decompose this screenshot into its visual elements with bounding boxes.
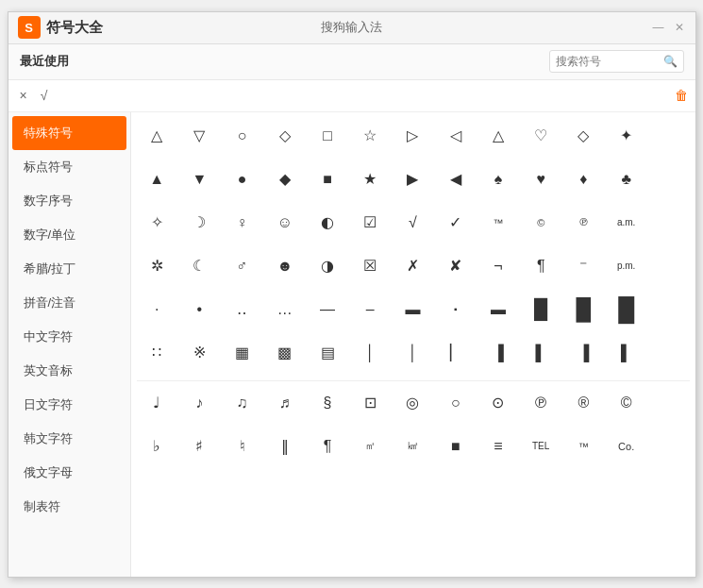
sym-vbar7[interactable]: ▌ [606,337,646,369]
sym-dots-pattern[interactable]: ▤ [307,337,347,369]
sym-triangle-down-f[interactable]: ▼ [179,163,220,195]
sym-pilcrow[interactable]: ¶ [307,430,347,462]
sym-star-4[interactable]: ✦ [606,120,646,152]
sym-sqm[interactable]: ㎡ [350,430,391,462]
sym-circle-dot[interactable]: ⊙ [477,387,518,419]
sym-check2[interactable]: ✓ [435,207,476,239]
sym-star-f[interactable]: ★ [350,163,391,195]
minimize-button[interactable]: — [652,21,665,34]
sym-copyright[interactable]: © [606,387,646,419]
sym-club[interactable]: ♣ [606,163,646,195]
sym-cross2[interactable]: ✘ [435,250,476,282]
sym-en-dash[interactable]: – [350,294,391,326]
sym-double-vbar[interactable]: ‖ [264,430,305,462]
sym-smiley[interactable]: ☺ [264,207,305,239]
sym-reference[interactable]: ※ [179,337,220,369]
sym-am[interactable]: a.m. [606,207,646,239]
sym-flat[interactable]: ♭ [137,430,177,462]
sym-spade[interactable]: ♠ [477,163,518,195]
sym-ellipsis[interactable]: … [264,294,305,326]
sym-triangle-right-o[interactable]: ▷ [393,120,433,152]
sym-trademark[interactable]: ™ [563,430,604,462]
sym-vbar6[interactable]: ▐ [563,337,604,369]
sym-checker[interactable]: ▩ [264,337,305,369]
sym-rect-small[interactable]: ▪ [435,294,476,326]
sym-square-o[interactable]: □ [307,120,347,152]
sym-grid[interactable]: ▦ [222,337,262,369]
sidebar-item-russian[interactable]: 俄文字母 [8,456,130,490]
sym-triangle-left-f[interactable]: ◀ [435,163,476,195]
sym-two-dots[interactable]: ‥ [222,294,262,326]
sym-rect-large4[interactable]: █ [606,294,646,326]
sym-black-square[interactable]: ■ [435,430,476,462]
sym-arrow-up-o[interactable]: △ [477,120,518,152]
sidebar-item-phonetic[interactable]: 英文音标 [8,354,130,388]
sym-crescent[interactable]: ☽ [179,207,220,239]
sym-minus-sup[interactable]: ⁻ [563,250,604,282]
sym-male[interactable]: ♂ [222,250,262,282]
sym-dot-small[interactable]: · [137,294,177,326]
sym-checkbox-check[interactable]: ☑ [350,207,391,239]
sym-triangle-down-o[interactable]: ▽ [179,120,220,152]
sidebar-item-korean[interactable]: 韩文字符 [8,422,130,456]
sym-triangle-left-o[interactable]: ◁ [435,120,476,152]
sym-copyright-small[interactable]: © [521,207,561,239]
sym-smiley2[interactable]: ☻ [264,250,305,282]
sym-triangle-up[interactable]: △ [137,120,177,152]
sym-reg[interactable]: ® [563,387,604,419]
recent-item-cross[interactable]: × [16,86,31,105]
sym-sharp[interactable]: ♯ [179,430,220,462]
sym-circle2[interactable]: ○ [435,387,476,419]
sidebar-item-number-unit[interactable]: 数字/单位 [8,218,130,252]
sidebar-item-number-seq[interactable]: 数字序号 [8,184,130,218]
sym-em-dash[interactable]: — [307,294,347,326]
sym-circle-o[interactable]: ○ [222,120,262,152]
sym-diamond-small-o[interactable]: ◇ [563,120,604,152]
sym-not[interactable]: ¬ [477,250,518,282]
sym-circle-f[interactable]: ● [222,163,262,195]
sym-eighth-note[interactable]: ♩ [137,387,177,419]
sym-triangle-right-f[interactable]: ▶ [393,163,433,195]
sidebar-item-greek[interactable]: 希腊/拉丁 [8,252,130,286]
sym-half-circle-l[interactable]: ◐ [307,207,347,239]
sym-equiv[interactable]: ≡ [477,430,518,462]
sym-half-circle-r[interactable]: ◑ [307,250,347,282]
sym-beamed-notes2[interactable]: ♬ [264,387,305,419]
sym-rect-large1[interactable]: ▬ [477,294,518,326]
recent-item-check[interactable]: √ [37,86,52,105]
close-button[interactable]: ✕ [673,21,686,34]
sym-diamond-o[interactable]: ◇ [264,120,305,152]
sym-pm[interactable]: p.m. [606,250,646,282]
sym-asterisk[interactable]: ✲ [137,250,177,282]
sym-rect-large2[interactable]: █ [521,294,561,326]
sym-music-note[interactable]: ♪ [179,387,220,419]
sym-sqkm[interactable]: ㎢ [393,430,433,462]
sym-square-dot[interactable]: ⊡ [350,387,391,419]
sym-vbar5[interactable]: ▌ [521,337,561,369]
sidebar-item-chinese[interactable]: 中文字符 [8,320,130,354]
sym-female[interactable]: ♀ [222,207,262,239]
sym-bullseye[interactable]: ◎ [393,387,433,419]
sym-check1[interactable]: √ [393,207,433,239]
sym-four-dots[interactable]: ∷ [137,337,177,369]
trash-icon[interactable]: 🗑 [675,88,688,103]
sym-bullet[interactable]: • [179,294,220,326]
sym-natural[interactable]: ♮ [222,430,262,462]
sidebar-item-punctuation[interactable]: 标点符号 [8,150,130,184]
sym-star-o[interactable]: ☆ [350,120,391,152]
sym-cross1[interactable]: ✗ [393,250,433,282]
sym-sound-p[interactable]: ℗ [563,207,604,239]
sidebar-item-pinyin[interactable]: 拼音/注音 [8,286,130,320]
sym-heart-o[interactable]: ♡ [521,120,561,152]
sym-vbar4[interactable]: ▐ [477,337,518,369]
sym-rect-large3[interactable]: █ [563,294,604,326]
sym-diamond-suit[interactable]: ♦ [563,163,604,195]
sym-pilcrow-small[interactable]: ¶ [521,250,561,282]
sym-gear[interactable]: ✧ [137,207,177,239]
search-input[interactable] [556,55,660,68]
sidebar-item-japanese[interactable]: 日文字符 [8,388,130,422]
sym-co[interactable]: Co. [606,430,646,462]
sym-tel[interactable]: TEL [521,430,561,462]
sym-checkbox-x[interactable]: ☒ [350,250,391,282]
sym-beamed-notes[interactable]: ♫ [222,387,262,419]
